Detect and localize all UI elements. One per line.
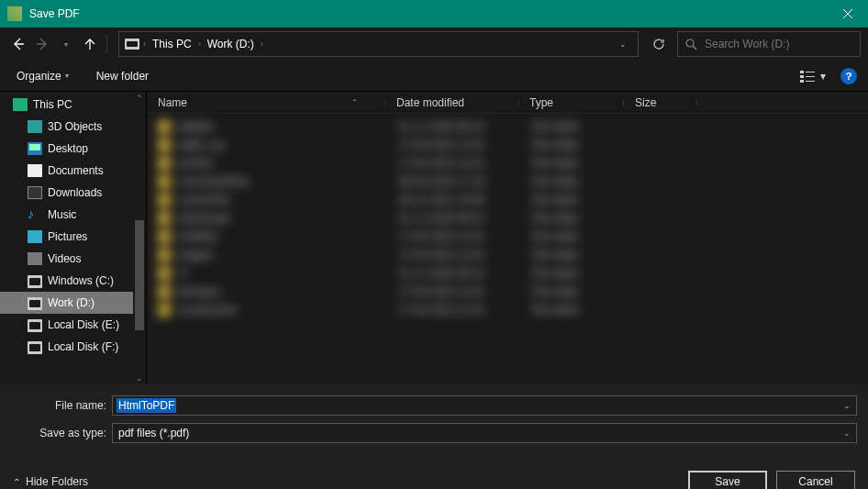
svg-point-0 xyxy=(686,39,694,47)
close-button[interactable] xyxy=(827,0,868,28)
drive-icon xyxy=(28,275,42,288)
tree-label: Videos xyxy=(48,252,81,265)
desktop-icon xyxy=(28,142,42,155)
scroll-down-button[interactable]: ⌄ xyxy=(133,372,146,384)
refresh-icon xyxy=(652,38,665,50)
window-title: Save PDF xyxy=(29,7,827,20)
tree-item-this-pc[interactable]: This PC xyxy=(0,94,146,116)
back-button[interactable] xyxy=(7,31,29,57)
search-input[interactable] xyxy=(705,38,852,50)
tree-label: Work (D:) xyxy=(48,296,95,309)
tree-item-desktop[interactable]: Desktop xyxy=(0,138,146,160)
drive-icon xyxy=(28,341,42,354)
up-button[interactable] xyxy=(79,31,101,57)
chevron-up-icon: ⌃ xyxy=(13,477,20,487)
music-icon: ♪ xyxy=(28,208,42,221)
tree-item-drive-d[interactable]: Work (D:) xyxy=(0,292,146,314)
recent-locations-button[interactable]: ▾ xyxy=(55,31,77,57)
tree-item-downloads[interactable]: Downloads xyxy=(0,182,146,204)
hide-folders-label: Hide Folders xyxy=(26,475,88,488)
tree-item-videos[interactable]: Videos xyxy=(0,248,146,270)
arrow-right-icon xyxy=(36,38,49,50)
breadcrumb-path[interactable]: Work (D:) xyxy=(205,38,257,50)
app-icon xyxy=(7,6,22,21)
file-list-pane: Name⌃ Date modified Type Size aMaker01-1… xyxy=(147,92,868,384)
tree-item-drive-f[interactable]: Local Disk (F:) xyxy=(0,336,146,358)
breadcrumb-root[interactable]: This PC xyxy=(150,38,195,50)
sidebar-scrollbar[interactable]: ⌃ ⌄ xyxy=(133,92,146,384)
tree-label: Documents xyxy=(48,164,104,177)
drive-icon xyxy=(28,319,42,332)
filename-label: File name: xyxy=(0,399,112,412)
help-icon: ? xyxy=(846,71,852,82)
filetype-dropdown-button[interactable]: ⌄ xyxy=(838,428,856,438)
tree-item-3d-objects[interactable]: 3D Objects xyxy=(0,116,146,138)
filename-input[interactable]: HtmlToPDF xyxy=(117,398,176,413)
tree-label: Pictures xyxy=(48,230,87,243)
save-button[interactable]: Save xyxy=(688,471,767,489)
chevron-right-icon: › xyxy=(261,39,263,49)
tree-item-pictures[interactable]: Pictures xyxy=(0,226,146,248)
chevron-right-icon: › xyxy=(198,39,201,49)
address-expand-button[interactable]: ⌄ xyxy=(614,39,632,49)
pc-icon xyxy=(13,98,28,111)
column-header-size[interactable]: Size xyxy=(624,96,697,109)
tree-label: Local Disk (F:) xyxy=(48,340,118,353)
tree-item-drive-e[interactable]: Local Disk (E:) xyxy=(0,314,146,336)
footer: ⌃ Hide Folders Save Cancel xyxy=(0,458,868,489)
chevron-down-icon: ▾ xyxy=(820,70,826,83)
filetype-field[interactable]: pdf files (*.pdf) ⌄ xyxy=(112,423,857,443)
new-folder-button[interactable]: New folder xyxy=(91,66,154,86)
sort-indicator-icon: ⌃ xyxy=(351,98,358,106)
separator xyxy=(106,35,107,53)
svg-rect-4 xyxy=(806,72,815,72)
help-button[interactable]: ? xyxy=(840,68,857,84)
tree-label: Downloads xyxy=(48,186,102,199)
close-icon xyxy=(843,9,852,18)
column-headers: Name⌃ Date modified Type Size xyxy=(147,92,868,114)
tree-label: Windows (C:) xyxy=(48,274,114,287)
tree-label: Desktop xyxy=(48,142,88,155)
titlebar: Save PDF xyxy=(0,0,868,28)
column-header-date[interactable]: Date modified xyxy=(385,96,518,109)
cancel-button[interactable]: Cancel xyxy=(776,471,855,489)
view-options-button[interactable]: ▾ xyxy=(795,68,831,84)
chevron-down-icon: ▾ xyxy=(65,72,69,80)
filetype-value: pdf files (*.pdf) xyxy=(113,427,838,439)
forward-button[interactable] xyxy=(31,31,53,57)
filename-field[interactable]: HtmlToPDF ⌄ xyxy=(112,395,857,416)
svg-rect-2 xyxy=(800,75,804,78)
column-header-name[interactable]: Name⌃ xyxy=(147,96,385,109)
organize-button[interactable]: Organize▾ xyxy=(11,66,74,86)
navigation-pane: This PC 3D Objects Desktop Documents Dow… xyxy=(0,92,147,384)
tree-item-drive-c[interactable]: Windows (C:) xyxy=(0,270,146,292)
tree-item-music[interactable]: ♪Music xyxy=(0,204,146,226)
hide-folders-button[interactable]: ⌃ Hide Folders xyxy=(13,475,88,488)
drive-icon xyxy=(28,297,42,310)
refresh-button[interactable] xyxy=(646,31,672,57)
chevron-right-icon: › xyxy=(143,39,146,49)
column-header-type[interactable]: Type xyxy=(518,96,624,109)
new-folder-label: New folder xyxy=(96,70,149,83)
chevron-down-icon: ▾ xyxy=(64,40,68,49)
tree-item-documents[interactable]: Documents xyxy=(0,160,146,182)
navbar: ▾ › This PC › Work (D:) › ⌄ xyxy=(0,28,868,61)
arrow-left-icon xyxy=(12,38,25,50)
drive-icon xyxy=(125,39,139,50)
filename-dropdown-button[interactable]: ⌄ xyxy=(838,401,856,410)
pictures-icon xyxy=(28,230,42,243)
scroll-up-button[interactable]: ⌃ xyxy=(133,92,146,105)
svg-rect-6 xyxy=(806,81,815,82)
form-area: File name: HtmlToPDF ⌄ Save as type: pdf… xyxy=(0,384,868,458)
search-box[interactable] xyxy=(677,31,861,57)
address-bar[interactable]: › This PC › Work (D:) › ⌄ xyxy=(118,31,639,57)
chevron-down-icon: ⌄ xyxy=(843,428,851,438)
chevron-down-icon: ⌄ xyxy=(843,401,851,410)
scroll-thumb[interactable] xyxy=(135,220,144,330)
toolbar: Organize▾ New folder ▾ ? xyxy=(0,61,868,92)
arrow-up-icon xyxy=(83,38,96,50)
main-area: This PC 3D Objects Desktop Documents Dow… xyxy=(0,92,868,384)
file-list[interactable]: aMaker01-11-2020 08:14File folder addtl_… xyxy=(147,114,868,319)
search-icon xyxy=(685,39,697,50)
filetype-label: Save as type: xyxy=(0,427,112,439)
